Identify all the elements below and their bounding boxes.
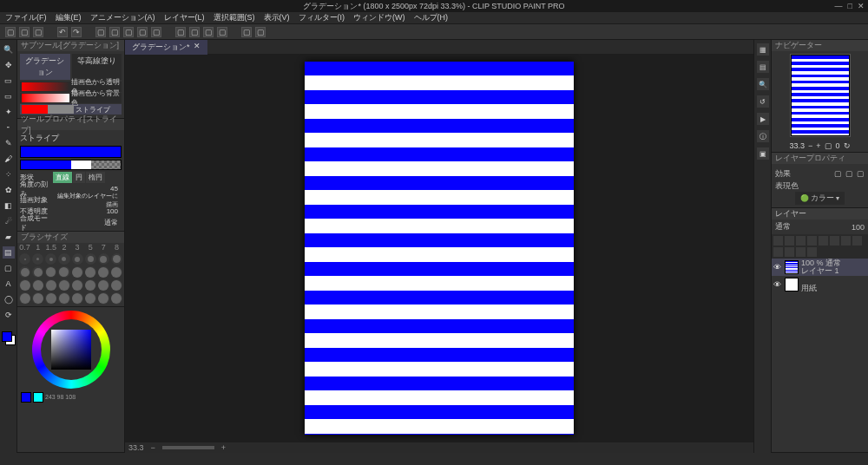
brush-preset[interactable] bbox=[58, 253, 69, 265]
brush-preset[interactable] bbox=[85, 279, 96, 291]
navigator-thumbnail[interactable] bbox=[791, 55, 850, 136]
nav-rotate-icon[interactable]: ↻ bbox=[844, 141, 851, 150]
tool-gradient[interactable]: ▤ bbox=[3, 246, 15, 259]
brush-preset[interactable] bbox=[58, 292, 69, 304]
brush-preset[interactable] bbox=[72, 292, 83, 304]
save-icon[interactable]: ▢ bbox=[33, 27, 43, 37]
open-icon[interactable]: ▢ bbox=[19, 27, 30, 37]
nav-zoom[interactable]: 33.3 bbox=[789, 141, 805, 150]
brush-preset[interactable] bbox=[32, 292, 43, 304]
snap-icon[interactable]: ▢ bbox=[189, 27, 200, 37]
erase-icon[interactable]: ▢ bbox=[95, 27, 106, 37]
assist-icon[interactable]: ▢ bbox=[241, 27, 252, 37]
canvas[interactable] bbox=[305, 62, 574, 435]
layer-item[interactable]: 👁 用紙 bbox=[772, 276, 868, 293]
nav-angle[interactable]: 0 bbox=[836, 141, 840, 150]
zoom-icon[interactable]: ▢ bbox=[123, 27, 134, 37]
layer-ruler-icon[interactable] bbox=[830, 236, 839, 246]
brush-preset[interactable] bbox=[85, 292, 96, 304]
color-chip-fg[interactable] bbox=[21, 392, 31, 403]
document-tab[interactable]: グラデーション* ✕ bbox=[125, 40, 207, 55]
layer-draft-icon[interactable] bbox=[807, 236, 817, 246]
brush-preset[interactable] bbox=[98, 292, 109, 304]
subtool-tab-contour[interactable]: 等高線塗り bbox=[72, 54, 122, 80]
history-icon[interactable]: ↺ bbox=[757, 95, 769, 108]
quickaccess-icon[interactable]: ▦ bbox=[757, 43, 769, 56]
hand-icon[interactable]: ▢ bbox=[137, 27, 148, 37]
tool-move[interactable]: ✥ bbox=[3, 59, 15, 71]
menu-select[interactable]: 選択範囲(S) bbox=[214, 12, 255, 23]
tool-text[interactable]: A bbox=[3, 278, 15, 290]
item-icon[interactable]: ▣ bbox=[757, 147, 769, 160]
layer-item[interactable]: 👁 100 % 通常 レイヤー 1 bbox=[772, 259, 868, 276]
maximize-icon[interactable]: □ bbox=[848, 2, 852, 10]
blend-value[interactable]: 通常 bbox=[53, 218, 122, 227]
layer-new-icon[interactable] bbox=[852, 236, 862, 246]
nav-fit-icon[interactable]: ▢ bbox=[825, 141, 832, 150]
subtool-tab-gradient[interactable]: グラデーション bbox=[20, 54, 70, 80]
tool-figure[interactable]: ▢ bbox=[3, 262, 15, 274]
stripe-preview[interactable] bbox=[20, 160, 122, 170]
tool-marquee[interactable]: ▭ bbox=[3, 90, 15, 102]
brush-preset[interactable] bbox=[85, 266, 96, 278]
tool-operation[interactable]: ▭ bbox=[3, 75, 15, 87]
visibility-icon[interactable]: 👁 bbox=[773, 263, 782, 272]
ruler-icon[interactable]: ▢ bbox=[203, 27, 214, 37]
color-wheel[interactable] bbox=[32, 311, 110, 389]
material-panel-icon[interactable]: ▤ bbox=[757, 61, 769, 73]
color-swatch[interactable] bbox=[2, 331, 16, 345]
cloud-icon[interactable]: ▢ bbox=[255, 27, 266, 37]
tool-fill[interactable]: ▰ bbox=[3, 231, 15, 243]
visibility-icon[interactable]: 👁 bbox=[773, 280, 782, 289]
gradient-preview[interactable] bbox=[20, 146, 122, 158]
brush-preset[interactable] bbox=[72, 266, 83, 278]
layer-clip-icon[interactable] bbox=[785, 236, 794, 246]
tool-brush[interactable]: 🖌 bbox=[3, 153, 15, 165]
brush-preset[interactable] bbox=[32, 279, 43, 291]
undo-icon[interactable]: ↶ bbox=[57, 27, 68, 37]
menu-window[interactable]: ウィンドウ(W) bbox=[353, 12, 405, 23]
brush-preset[interactable] bbox=[19, 279, 30, 291]
redo-icon[interactable]: ↷ bbox=[71, 27, 82, 37]
minimize-icon[interactable]: — bbox=[835, 2, 843, 10]
tool-deco[interactable]: ✿ bbox=[3, 184, 15, 196]
tool-balloon[interactable]: ◯ bbox=[3, 293, 15, 305]
brush-preset[interactable] bbox=[111, 292, 122, 304]
layer-transfer-icon[interactable] bbox=[785, 247, 794, 257]
tool-pen[interactable]: ✎ bbox=[3, 137, 15, 149]
zoom-slider[interactable] bbox=[162, 446, 214, 449]
grad-item[interactable]: 描画色から背景色 bbox=[20, 93, 122, 103]
tool-blend[interactable]: ☄ bbox=[3, 215, 15, 227]
layer-color-icon[interactable] bbox=[841, 236, 851, 246]
info-icon[interactable]: ⓘ bbox=[757, 130, 769, 142]
menu-animation[interactable]: アニメーション(A) bbox=[90, 12, 155, 23]
rotate-icon[interactable]: ▢ bbox=[151, 27, 161, 37]
layer-folder-icon[interactable] bbox=[773, 247, 783, 257]
layer-blend-select[interactable]: 通常 bbox=[775, 221, 850, 232]
menu-edit[interactable]: 編集(E) bbox=[56, 12, 82, 23]
brush-preset[interactable] bbox=[72, 279, 83, 291]
brush-preset[interactable] bbox=[45, 279, 56, 291]
tab-close-icon[interactable]: ✕ bbox=[194, 42, 201, 53]
zoom-in-icon[interactable]: + bbox=[221, 443, 226, 452]
tool-airbrush[interactable]: ⁘ bbox=[3, 168, 15, 180]
menu-filter[interactable]: フィルター(I) bbox=[299, 12, 345, 23]
autoaction-icon[interactable]: ▶ bbox=[757, 113, 769, 125]
tool-wand[interactable]: ✦ bbox=[3, 106, 15, 118]
brush-preset[interactable] bbox=[32, 266, 43, 278]
brush-preset[interactable] bbox=[32, 253, 43, 265]
material-icon[interactable]: ▢ bbox=[175, 27, 186, 37]
brush-preset[interactable] bbox=[111, 253, 122, 265]
tool-magnify[interactable]: 🔍 bbox=[3, 43, 15, 56]
brush-preset[interactable] bbox=[72, 253, 83, 265]
brush-preset[interactable] bbox=[19, 266, 30, 278]
brush-preset[interactable] bbox=[98, 266, 109, 278]
brush-preset[interactable] bbox=[19, 292, 30, 304]
brush-preset[interactable] bbox=[45, 253, 56, 265]
search-icon[interactable]: 🔍 bbox=[757, 78, 769, 90]
brush-preset[interactable] bbox=[45, 292, 56, 304]
grid-icon[interactable]: ▢ bbox=[217, 27, 227, 37]
tool-eyedrop[interactable]: ⁃ bbox=[3, 121, 15, 134]
deselect-icon[interactable]: ▢ bbox=[109, 27, 120, 37]
brush-preset[interactable] bbox=[98, 279, 109, 291]
